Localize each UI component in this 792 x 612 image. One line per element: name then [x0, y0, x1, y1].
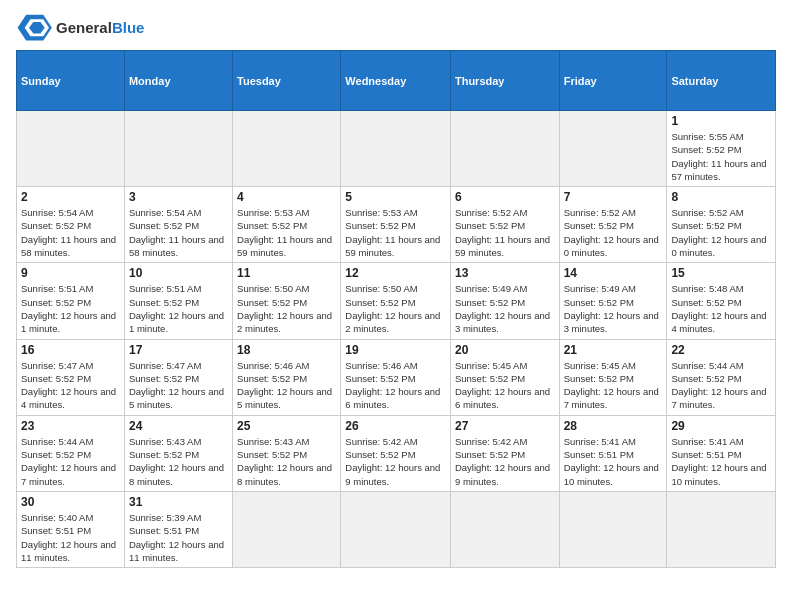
weekday-header: Friday: [559, 51, 667, 111]
day-number: 21: [564, 343, 663, 357]
day-info: Sunrise: 5:44 AM Sunset: 5:52 PM Dayligh…: [21, 435, 120, 488]
calendar-cell: [233, 491, 341, 567]
weekday-header: Monday: [124, 51, 232, 111]
day-info: Sunrise: 5:52 AM Sunset: 5:52 PM Dayligh…: [564, 206, 663, 259]
day-info: Sunrise: 5:51 AM Sunset: 5:52 PM Dayligh…: [21, 282, 120, 335]
day-number: 24: [129, 419, 228, 433]
day-info: Sunrise: 5:47 AM Sunset: 5:52 PM Dayligh…: [21, 359, 120, 412]
day-number: 14: [564, 266, 663, 280]
calendar-cell: 18Sunrise: 5:46 AM Sunset: 5:52 PM Dayli…: [233, 339, 341, 415]
logo: GeneralBlue: [16, 12, 144, 42]
weekday-header: Sunday: [17, 51, 125, 111]
day-info: Sunrise: 5:49 AM Sunset: 5:52 PM Dayligh…: [455, 282, 555, 335]
logo-icon: [16, 12, 52, 42]
calendar-cell: 5Sunrise: 5:53 AM Sunset: 5:52 PM Daylig…: [341, 187, 451, 263]
day-number: 26: [345, 419, 446, 433]
day-number: 3: [129, 190, 228, 204]
day-info: Sunrise: 5:52 AM Sunset: 5:52 PM Dayligh…: [455, 206, 555, 259]
day-number: 16: [21, 343, 120, 357]
calendar-cell: 27Sunrise: 5:42 AM Sunset: 5:52 PM Dayli…: [450, 415, 559, 491]
day-info: Sunrise: 5:51 AM Sunset: 5:52 PM Dayligh…: [129, 282, 228, 335]
day-number: 20: [455, 343, 555, 357]
calendar-week-row: 9Sunrise: 5:51 AM Sunset: 5:52 PM Daylig…: [17, 263, 776, 339]
day-info: Sunrise: 5:54 AM Sunset: 5:52 PM Dayligh…: [129, 206, 228, 259]
day-number: 8: [671, 190, 771, 204]
day-number: 19: [345, 343, 446, 357]
calendar-cell: 19Sunrise: 5:46 AM Sunset: 5:52 PM Dayli…: [341, 339, 451, 415]
calendar-cell: 14Sunrise: 5:49 AM Sunset: 5:52 PM Dayli…: [559, 263, 667, 339]
weekday-header: Thursday: [450, 51, 559, 111]
calendar-cell: 2Sunrise: 5:54 AM Sunset: 5:52 PM Daylig…: [17, 187, 125, 263]
day-number: 9: [21, 266, 120, 280]
day-info: Sunrise: 5:40 AM Sunset: 5:51 PM Dayligh…: [21, 511, 120, 564]
weekday-header: Wednesday: [341, 51, 451, 111]
day-number: 28: [564, 419, 663, 433]
day-info: Sunrise: 5:45 AM Sunset: 5:52 PM Dayligh…: [455, 359, 555, 412]
day-number: 7: [564, 190, 663, 204]
logo-text: GeneralBlue: [56, 19, 144, 36]
day-number: 11: [237, 266, 336, 280]
calendar-week-row: 16Sunrise: 5:47 AM Sunset: 5:52 PM Dayli…: [17, 339, 776, 415]
calendar-cell: 30Sunrise: 5:40 AM Sunset: 5:51 PM Dayli…: [17, 491, 125, 567]
day-number: 17: [129, 343, 228, 357]
day-info: Sunrise: 5:49 AM Sunset: 5:52 PM Dayligh…: [564, 282, 663, 335]
calendar-cell: 7Sunrise: 5:52 AM Sunset: 5:52 PM Daylig…: [559, 187, 667, 263]
calendar-cell: 4Sunrise: 5:53 AM Sunset: 5:52 PM Daylig…: [233, 187, 341, 263]
calendar-cell: [233, 111, 341, 187]
calendar-cell: [559, 111, 667, 187]
calendar-cell: [559, 491, 667, 567]
day-info: Sunrise: 5:43 AM Sunset: 5:52 PM Dayligh…: [237, 435, 336, 488]
calendar-cell: 16Sunrise: 5:47 AM Sunset: 5:52 PM Dayli…: [17, 339, 125, 415]
calendar-cell: [341, 111, 451, 187]
calendar-table: SundayMondayTuesdayWednesdayThursdayFrid…: [16, 50, 776, 568]
calendar-cell: 22Sunrise: 5:44 AM Sunset: 5:52 PM Dayli…: [667, 339, 776, 415]
calendar-cell: 10Sunrise: 5:51 AM Sunset: 5:52 PM Dayli…: [124, 263, 232, 339]
calendar-week-row: 2Sunrise: 5:54 AM Sunset: 5:52 PM Daylig…: [17, 187, 776, 263]
day-number: 30: [21, 495, 120, 509]
day-number: 15: [671, 266, 771, 280]
day-number: 12: [345, 266, 446, 280]
calendar-cell: 24Sunrise: 5:43 AM Sunset: 5:52 PM Dayli…: [124, 415, 232, 491]
calendar-cell: 15Sunrise: 5:48 AM Sunset: 5:52 PM Dayli…: [667, 263, 776, 339]
day-info: Sunrise: 5:44 AM Sunset: 5:52 PM Dayligh…: [671, 359, 771, 412]
day-number: 5: [345, 190, 446, 204]
calendar-cell: 25Sunrise: 5:43 AM Sunset: 5:52 PM Dayli…: [233, 415, 341, 491]
calendar-cell: 11Sunrise: 5:50 AM Sunset: 5:52 PM Dayli…: [233, 263, 341, 339]
day-info: Sunrise: 5:50 AM Sunset: 5:52 PM Dayligh…: [237, 282, 336, 335]
calendar-header-row: SundayMondayTuesdayWednesdayThursdayFrid…: [17, 51, 776, 111]
day-number: 23: [21, 419, 120, 433]
day-info: Sunrise: 5:50 AM Sunset: 5:52 PM Dayligh…: [345, 282, 446, 335]
day-info: Sunrise: 5:45 AM Sunset: 5:52 PM Dayligh…: [564, 359, 663, 412]
day-info: Sunrise: 5:41 AM Sunset: 5:51 PM Dayligh…: [564, 435, 663, 488]
day-number: 4: [237, 190, 336, 204]
calendar-cell: 21Sunrise: 5:45 AM Sunset: 5:52 PM Dayli…: [559, 339, 667, 415]
calendar-cell: 8Sunrise: 5:52 AM Sunset: 5:52 PM Daylig…: [667, 187, 776, 263]
weekday-header: Tuesday: [233, 51, 341, 111]
day-info: Sunrise: 5:47 AM Sunset: 5:52 PM Dayligh…: [129, 359, 228, 412]
calendar-cell: [17, 111, 125, 187]
calendar-cell: 31Sunrise: 5:39 AM Sunset: 5:51 PM Dayli…: [124, 491, 232, 567]
calendar-cell: 26Sunrise: 5:42 AM Sunset: 5:52 PM Dayli…: [341, 415, 451, 491]
day-info: Sunrise: 5:53 AM Sunset: 5:52 PM Dayligh…: [237, 206, 336, 259]
day-number: 29: [671, 419, 771, 433]
calendar-cell: 1Sunrise: 5:55 AM Sunset: 5:52 PM Daylig…: [667, 111, 776, 187]
calendar-cell: 3Sunrise: 5:54 AM Sunset: 5:52 PM Daylig…: [124, 187, 232, 263]
day-info: Sunrise: 5:43 AM Sunset: 5:52 PM Dayligh…: [129, 435, 228, 488]
day-number: 25: [237, 419, 336, 433]
calendar-cell: 20Sunrise: 5:45 AM Sunset: 5:52 PM Dayli…: [450, 339, 559, 415]
day-number: 22: [671, 343, 771, 357]
page: GeneralBlue SundayMondayTuesdayWednesday…: [0, 0, 792, 576]
calendar-cell: [667, 491, 776, 567]
calendar-cell: 29Sunrise: 5:41 AM Sunset: 5:51 PM Dayli…: [667, 415, 776, 491]
calendar-week-row: 30Sunrise: 5:40 AM Sunset: 5:51 PM Dayli…: [17, 491, 776, 567]
day-info: Sunrise: 5:53 AM Sunset: 5:52 PM Dayligh…: [345, 206, 446, 259]
day-info: Sunrise: 5:46 AM Sunset: 5:52 PM Dayligh…: [237, 359, 336, 412]
day-info: Sunrise: 5:54 AM Sunset: 5:52 PM Dayligh…: [21, 206, 120, 259]
day-number: 1: [671, 114, 771, 128]
calendar-cell: [450, 491, 559, 567]
calendar-week-row: 1Sunrise: 5:55 AM Sunset: 5:52 PM Daylig…: [17, 111, 776, 187]
day-number: 13: [455, 266, 555, 280]
calendar-cell: 28Sunrise: 5:41 AM Sunset: 5:51 PM Dayli…: [559, 415, 667, 491]
day-number: 6: [455, 190, 555, 204]
day-number: 10: [129, 266, 228, 280]
